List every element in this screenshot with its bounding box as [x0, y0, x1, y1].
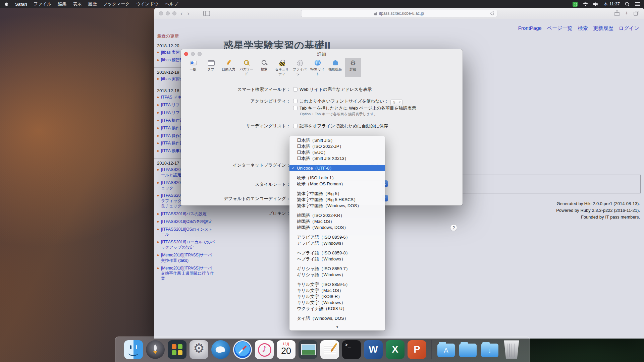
encoding-menu-item[interactable]: アラビア語（ISO 8859-6） — [289, 234, 385, 240]
wiki-nav-link[interactable]: ログイン — [619, 25, 639, 32]
textedit-dock-icon[interactable] — [320, 340, 339, 359]
volume-icon[interactable] — [593, 2, 599, 6]
wiki-nav-link[interactable]: 更新履歴 — [593, 25, 613, 32]
wiki-nav-link[interactable]: ページ一覧 — [547, 25, 573, 32]
apple-menu-icon[interactable] — [4, 1, 9, 7]
share-icon[interactable] — [614, 10, 620, 16]
prefs-tab-autofill[interactable]: 自動入力 — [220, 58, 237, 77]
encoding-menu-item[interactable]: 日本語（Shift JIS） — [289, 137, 385, 143]
prefs-tab-search[interactable]: 検索 — [256, 58, 272, 77]
minimize-button[interactable] — [166, 11, 170, 15]
min-font-size-checkbox[interactable] — [293, 99, 298, 103]
thunderbird-dock-icon[interactable] — [211, 340, 230, 359]
encoding-menu-item[interactable]: 韓国語（ISO 2022-KR） — [289, 213, 385, 219]
recent-update-link[interactable]: [ITPA 操作業 — [161, 141, 184, 145]
font-size-select[interactable]: 9 — [390, 100, 402, 105]
spotlight-icon[interactable] — [625, 2, 630, 7]
tiles-dock-icon[interactable] — [168, 340, 186, 359]
prefs-tab-general[interactable]: 一般 — [185, 58, 201, 77]
browser-toolbar[interactable]: ‹ › itpass.scitec.kobe-u.ac.jp + — [154, 8, 644, 19]
menubar-item[interactable]: Safari — [15, 2, 27, 7]
encoding-menu-item[interactable]: キリル文字（Windows） — [289, 300, 385, 306]
recent-update-link[interactable]: [itbas 練習問 — [161, 58, 184, 62]
itunes-dock-icon[interactable] — [255, 340, 274, 359]
trash-dock-icon[interactable] — [502, 340, 521, 359]
encoding-menu-item[interactable]: キリル文字（Mac OS） — [289, 288, 385, 294]
recent-update-link[interactable]: [ITPA 換事前 — [161, 148, 184, 153]
encoding-menu-item[interactable]: ギリシャ語（ISO 8859-7） — [289, 266, 385, 272]
green-status-icon[interactable] — [573, 2, 578, 7]
recent-update-link[interactable]: [itbas 実習 — [161, 50, 180, 55]
notification-center-icon[interactable] — [635, 2, 640, 6]
encoding-menu-item[interactable]: 繁体字中国語（Big 5 HKSCS） — [289, 197, 385, 203]
recent-update-link[interactable]: [ITPA 操作業 — [161, 118, 184, 123]
prefs-tab-privacy[interactable]: プライバシー — [291, 58, 308, 77]
close-button[interactable] — [159, 11, 163, 15]
safari-dock-icon[interactable] — [233, 340, 252, 359]
new-tab-icon[interactable]: + — [625, 10, 628, 16]
reload-icon[interactable] — [490, 11, 495, 16]
excel-dock-icon[interactable]: X — [386, 340, 405, 359]
encoding-menu-item[interactable]: ヘブライ語（ISO 8859-8） — [289, 250, 385, 256]
terminal-dock-icon[interactable]: >_ — [342, 340, 361, 359]
menubar-item[interactable]: ウインドウ — [136, 1, 159, 7]
system-preferences-dock-icon[interactable] — [190, 340, 208, 359]
encoding-menu-item[interactable]: 日本語（Shift JIS X0213） — [289, 156, 385, 162]
encoding-menu-item[interactable]: ヘブライ語（Windows） — [289, 256, 385, 262]
encoding-menu-item[interactable]: 韓国語（Windows, DOS） — [289, 225, 385, 231]
menubar-item[interactable]: ファイル — [34, 1, 51, 7]
photo-dock-icon[interactable] — [299, 340, 317, 359]
encoding-menu-item[interactable]: ✓Unicode（UTF-8） — [289, 165, 385, 171]
encoding-menu-item[interactable]: 繁体字中国語（Windows, DOS） — [289, 203, 385, 209]
recent-update-link[interactable]: [ITPASS2018]OSの各種設定 — [161, 219, 212, 224]
encoding-menu-item[interactable]: キリル文字（KOI8-R） — [289, 294, 385, 300]
encoding-menu-item[interactable]: ウクライナ語（KOI8-U） — [289, 306, 385, 312]
address-bar[interactable]: itpass.scitec.kobe-u.ac.jp — [301, 10, 497, 17]
prefs-tab-advanced[interactable]: 詳細 — [345, 58, 361, 77]
finder-dock-icon[interactable] — [124, 340, 143, 359]
prefs-tab-websites[interactable]: Web サイト — [309, 58, 326, 77]
menubar-item[interactable]: 編集 — [58, 1, 66, 7]
prefs-tab-extensions[interactable]: 機能拡張 — [327, 58, 343, 77]
sidebar-toggle-icon[interactable] — [203, 11, 210, 16]
menubar-item[interactable]: 履歴 — [88, 1, 97, 7]
reading-list-checkbox[interactable] — [293, 124, 298, 128]
prefs-tab-passwords[interactable]: パスワード — [238, 58, 255, 77]
tab-overview-icon[interactable] — [634, 11, 639, 16]
encoding-menu-item[interactable]: アラビア語（Windows） — [289, 240, 385, 246]
encoding-menu-item[interactable]: 日本語（EUC） — [289, 149, 385, 156]
scroll-more-arrow[interactable]: ▼ — [289, 325, 385, 330]
forward-button[interactable]: › — [187, 9, 189, 17]
prefs-tab-tabs[interactable]: タブ — [203, 58, 219, 77]
preferences-titlebar[interactable]: 詳細 — [181, 49, 463, 57]
encoding-menu-item[interactable]: タイ語（Windows, DOS） — [289, 315, 385, 321]
launchpad-dock-icon[interactable] — [146, 340, 165, 359]
menubar-item[interactable]: ヘルプ — [165, 1, 178, 7]
zoom-button[interactable] — [172, 11, 176, 15]
recent-update-link[interactable]: [ITPASS2018]ローカルでのバックアップの設定 — [161, 240, 215, 250]
encoding-menu-item[interactable]: ギリシャ語（Windows） — [289, 272, 385, 278]
tab-highlight-checkbox[interactable] — [293, 106, 298, 110]
recent-update-link[interactable]: [Memo2018][ITPASS]サーバ交換事作業 1 週間後に行う作業 — [161, 266, 214, 281]
menubar-item[interactable]: 表示 — [73, 1, 82, 7]
encoding-menu-item[interactable]: 欧米（Mac OS Roman） — [289, 181, 385, 187]
recent-update-link[interactable]: [Memo2018][ITPASS]サーバ交換作業 (tako) — [161, 253, 212, 263]
calendar-dock-icon[interactable]: 12月20 — [277, 340, 296, 359]
applications-folder-dock-icon[interactable]: A — [437, 340, 455, 359]
encoding-menu-item[interactable]: 欧米（ISO Latin 1） — [289, 175, 385, 181]
menubar-clock[interactable]: 木 11:37 — [604, 1, 620, 7]
word-dock-icon[interactable]: W — [364, 340, 383, 359]
documents-folder-dock-icon[interactable] — [459, 340, 477, 359]
wiki-nav-link[interactable]: 検索 — [578, 25, 588, 32]
powerpoint-dock-icon[interactable]: P — [408, 340, 426, 359]
encoding-menu-item[interactable]: 日本語（ISO 2022-JP） — [289, 143, 385, 149]
help-button[interactable]: ? — [450, 224, 457, 231]
recent-update-link[interactable]: [ITPA 換作業 — [161, 126, 184, 130]
back-button[interactable]: ‹ — [180, 9, 182, 17]
downloads-folder-dock-icon[interactable]: ↓ — [480, 340, 499, 359]
prefs-tab-security[interactable]: セキュリティ — [274, 58, 290, 77]
wiki-nav-link[interactable]: FrontPage — [518, 25, 542, 32]
encoding-menu-item[interactable]: 繁体字中国語（Big 5） — [289, 191, 385, 197]
encoding-menu-item[interactable]: キリル文字（ISO 8859-5） — [289, 282, 385, 288]
encoding-menu-item[interactable]: 韓国語（Mac OS） — [289, 219, 385, 225]
